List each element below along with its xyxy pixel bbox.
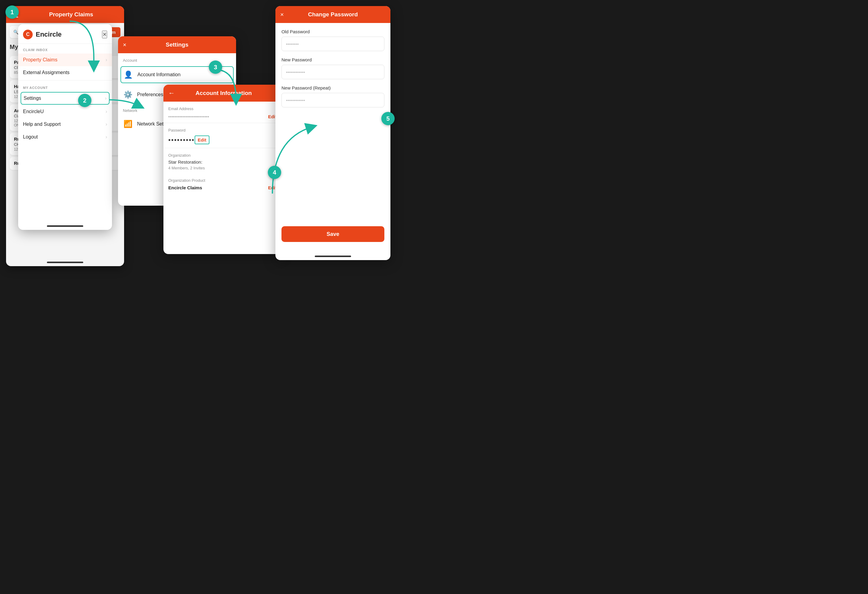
- logo-letter: C: [26, 32, 30, 37]
- repeat-password-label: New Password (Repeat): [282, 85, 384, 90]
- repeat-password-section: New Password (Repeat): [275, 80, 390, 109]
- main-title: Property Claims: [23, 11, 119, 18]
- settings-header: × Settings: [118, 36, 236, 53]
- password-edit-button[interactable]: Edit: [195, 136, 209, 144]
- settings-title: Settings: [166, 41, 189, 48]
- change-password-panel: × Change Password Old Password New Passw…: [275, 6, 390, 260]
- email-field-row: •••••••••••••••••••••••••• Edit: [164, 113, 282, 123]
- my-account-section: MY ACCOUNT: [18, 82, 112, 91]
- account-header: ← Account Information: [164, 85, 282, 102]
- sidebar-item-external-assignments[interactable]: External Assignments: [18, 66, 112, 79]
- home-indicator: [47, 226, 83, 227]
- password-value: •••••••••: [168, 136, 195, 144]
- sidebar-item-encircle-u[interactable]: EncircleU ›: [18, 105, 112, 118]
- new-password-input[interactable]: [282, 65, 384, 79]
- old-password-input[interactable]: [282, 37, 384, 51]
- old-password-label: Old Password: [282, 29, 384, 34]
- old-password-section: Old Password: [275, 23, 390, 52]
- sidebar-item-logout[interactable]: Logout ›: [18, 131, 112, 143]
- claim-inbox-section: CLAIM INBOX: [18, 44, 112, 53]
- preferences-icon: ⚙️: [123, 90, 133, 99]
- step-3-badge: 3: [209, 60, 222, 74]
- chevron-right-icon: ›: [229, 72, 230, 77]
- property-claims-label: Property Claims: [23, 57, 58, 63]
- sidebar-item-property-claims[interactable]: Property Claims ›: [18, 53, 112, 66]
- encircle-brand: C Encircle: [23, 29, 62, 39]
- org-name: Star Restoration:: [164, 159, 282, 166]
- chevron-right-icon: ›: [106, 134, 107, 140]
- help-support-label: Help and Support: [23, 122, 61, 127]
- org-product-name: Encircle Claims: [168, 185, 268, 190]
- step-1-badge: 1: [6, 6, 19, 19]
- encircle-logo: C: [23, 29, 33, 39]
- sidebar-item-help-support[interactable]: Help and Support ›: [18, 118, 112, 131]
- password-header: × Change Password: [275, 6, 390, 23]
- main-header: Property Claims: [6, 6, 124, 23]
- password-field-label: Password: [164, 123, 282, 134]
- brand-name: Encircle: [36, 31, 62, 38]
- home-indicator: [315, 256, 351, 257]
- org-product-label: Organization Product: [164, 173, 282, 184]
- chevron-right-icon: ›: [106, 122, 107, 127]
- org-members: 4 Members, 2 Invites: [164, 166, 282, 173]
- network-icon: 📶: [123, 120, 133, 128]
- logout-label: Logout: [23, 134, 38, 140]
- email-value: ••••••••••••••••••••••••••: [168, 114, 268, 119]
- new-password-label: New Password: [282, 57, 384, 62]
- org-section-label: Organization: [164, 148, 282, 159]
- account-info-label: Account Information: [137, 72, 225, 77]
- chevron-right-icon: ›: [106, 109, 107, 114]
- new-password-section: New Password: [275, 52, 390, 80]
- password-close-button[interactable]: ×: [280, 11, 284, 18]
- chevron-right-icon: ›: [106, 57, 107, 63]
- account-info-icon: 👤: [124, 71, 133, 79]
- org-product-row: Encircle Claims Edit: [164, 184, 282, 194]
- repeat-password-input[interactable]: [282, 93, 384, 108]
- password-field-row: ••••••••• Edit: [164, 134, 282, 148]
- menu-panel: C Encircle × CLAIM INBOX Property Claims…: [18, 24, 112, 230]
- step-5-badge: 5: [381, 112, 395, 125]
- account-info-panel: ← Account Information Email Address ••••…: [164, 85, 282, 254]
- encircle-u-label: EncircleU: [23, 109, 44, 114]
- email-field-label: Email Address: [164, 102, 282, 113]
- save-button[interactable]: Save: [282, 226, 384, 242]
- step-2-badge: 2: [78, 94, 92, 107]
- back-button[interactable]: ←: [168, 89, 175, 97]
- menu-header: C Encircle ×: [18, 24, 112, 44]
- search-icon: 🔍: [13, 29, 18, 34]
- menu-close-button[interactable]: ×: [102, 31, 107, 38]
- chevron-right-icon: ›: [105, 96, 106, 101]
- step-4-badge: 4: [268, 166, 281, 179]
- settings-close-button[interactable]: ×: [123, 42, 127, 48]
- sidebar-item-settings[interactable]: Settings ›: [21, 92, 109, 105]
- settings-label: Settings: [24, 96, 41, 101]
- external-assignments-label: External Assignments: [23, 70, 69, 75]
- account-info-title: Account Information: [180, 90, 267, 96]
- password-title: Change Password: [308, 11, 358, 18]
- home-indicator: [47, 262, 83, 263]
